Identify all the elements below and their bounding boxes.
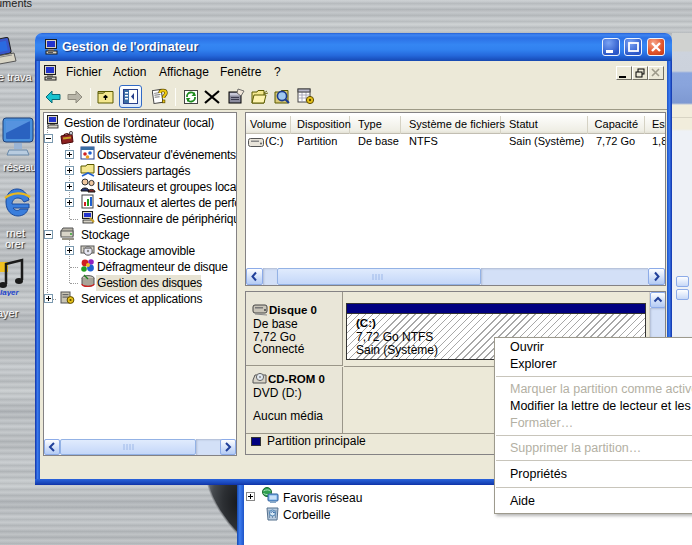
svg-text:layer: layer xyxy=(0,288,20,296)
